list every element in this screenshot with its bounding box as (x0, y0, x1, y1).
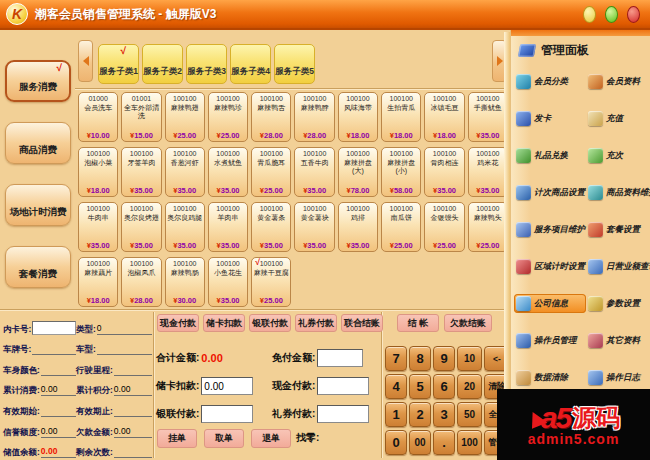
sidebar-item-member-category[interactable]: 会员分类 (514, 72, 586, 91)
product-button[interactable]: 100100风味海带¥18.00 (338, 92, 378, 142)
product-button[interactable]: 100100金银馒头¥25.00 (424, 202, 464, 252)
debt-settle-button[interactable]: 欠款结账 (444, 314, 492, 332)
numpad-key-3[interactable]: 3 (433, 402, 455, 427)
product-button[interactable]: 01000会员洗车¥10.00 (78, 92, 118, 142)
numpad-key-10[interactable]: 10 (457, 346, 482, 371)
sidebar-item-goods-data-maintain[interactable]: 商品资料维护 (586, 183, 650, 202)
product-button[interactable]: 100100黄金薯条¥35.00 (251, 202, 291, 252)
product-button[interactable]: 100100麻辣拼盘(大)¥78.00 (338, 147, 378, 197)
unionpay-button[interactable]: 银联付款 (249, 314, 291, 332)
cash-pay-button[interactable]: 现金付款 (157, 314, 199, 332)
cash-pay-amount-input[interactable] (317, 377, 369, 395)
numpad-key-0[interactable]: 0 (385, 430, 407, 455)
numpad-key-1[interactable]: 1 (385, 402, 407, 427)
sidebar-item-operator-manage[interactable]: 操作员管理 (514, 331, 586, 350)
category-tab-2[interactable]: 服务子类2 (142, 44, 183, 84)
product-button[interactable]: 100100麻辣拼盘(小)¥58.00 (381, 147, 421, 197)
product-button[interactable]: 100100麻辣鸭珍¥25.00 (208, 92, 248, 142)
sidebar-item-gift-exchange[interactable]: 礼品兑换 (514, 146, 586, 165)
numpad-key-100[interactable]: 100 (457, 430, 482, 455)
minimize-button[interactable] (583, 6, 596, 23)
numpad-key-50[interactable]: 50 (457, 402, 482, 427)
product-button[interactable]: 100100冰镇毛豆¥18.00 (424, 92, 464, 142)
numpad-key-4[interactable]: 4 (385, 374, 407, 399)
product-button[interactable]: 100100水煮鱿鱼¥35.00 (208, 147, 248, 197)
category-scroll-left-button[interactable] (78, 40, 93, 82)
sidebar-item-company-info[interactable]: 公司信息 (514, 294, 586, 313)
sidebar-item-other-data[interactable]: 其它资料 (586, 331, 650, 350)
coupon-pay-button[interactable]: 礼券付款 (295, 314, 337, 332)
product-button[interactable]: 100100牙签羊肉¥35.00 (121, 147, 161, 197)
sidebar-item-issue-card[interactable]: 发卡 (514, 109, 586, 128)
free-amount-input[interactable] (317, 349, 363, 367)
sidebar-item-count-goods-settings[interactable]: 计次商品设置 (514, 183, 586, 202)
product-button[interactable]: 100100南瓜饼¥25.00 (381, 202, 421, 252)
numpad-key-9[interactable]: 9 (433, 346, 455, 371)
product-button[interactable]: 100100青瓜脆耳¥25.00 (251, 147, 291, 197)
numpad-key-double-zero[interactable]: 00 (409, 430, 431, 455)
sidebar-item-area-timing-settings[interactable]: 区域计时设置 (514, 257, 586, 276)
category-tab-3[interactable]: 服务子类3 (186, 44, 227, 84)
card-deduct-button[interactable]: 储卡扣款 (203, 314, 245, 332)
card-deduct-amount-input[interactable] (201, 377, 253, 395)
numpad-key-8[interactable]: 8 (409, 346, 431, 371)
product-button[interactable]: 100100泡椒凤爪¥28.00 (121, 257, 161, 307)
return-order-button[interactable]: 退单 (251, 429, 291, 448)
sidebar-item-operation-log[interactable]: 操作日志 (586, 368, 650, 387)
sidebar-item-recharge[interactable]: 充值 (586, 109, 650, 128)
product-button[interactable]: 100100骨肉相连¥35.00 (424, 147, 464, 197)
product-button[interactable]: 100100鸡米花¥35.00 (468, 147, 508, 197)
retrieve-order-button[interactable]: 取单 (204, 429, 244, 448)
product-button[interactable]: 100100麻辣鸭脖¥28.00 (294, 92, 334, 142)
product-button[interactable]: 100100香葱河虾¥35.00 (165, 147, 205, 197)
product-button[interactable]: 100100麻辣鸭舌¥28.00 (251, 92, 291, 142)
product-button[interactable]: 100100牛肉串¥35.00 (78, 202, 118, 252)
unionpay-amount-input[interactable] (201, 405, 253, 423)
consume-tab-4[interactable]: 套餐消费 (5, 246, 71, 288)
category-tab-5[interactable]: 服务子类5 (274, 44, 315, 84)
sidebar-item-recharge-times[interactable]: 充次 (586, 146, 650, 165)
product-button[interactable]: 100100五香牛肉¥35.00 (294, 147, 334, 197)
numpad-key-5[interactable]: 5 (409, 374, 431, 399)
card-number-input[interactable] (32, 321, 76, 335)
sidebar-item-package-settings[interactable]: 套餐设置 (586, 220, 650, 239)
numpad-key-dot[interactable]: . (433, 430, 455, 455)
close-button[interactable] (627, 6, 640, 23)
product-button[interactable]: 01001全车外部清洗¥15.00 (121, 92, 161, 142)
product-button[interactable]: 100100小鱼花生¥35.00 (208, 257, 248, 307)
product-button[interactable]: 100100羊肉串¥35.00 (208, 202, 248, 252)
numpad-key-2[interactable]: 2 (409, 402, 431, 427)
product-button[interactable]: 100100麻辣藕片¥18.00 (78, 257, 118, 307)
coupon-pay-amount-input[interactable] (317, 405, 369, 423)
product-button[interactable]: 100100麻辣鸭头¥25.00 (468, 202, 508, 252)
combined-settle-button[interactable]: 联合结账 (341, 314, 383, 332)
product-button[interactable]: 100100生拍青瓜¥18.00 (381, 92, 421, 142)
hold-order-button[interactable]: 挂单 (157, 429, 197, 448)
product-button[interactable]: 100100奥尔良烤翅¥35.00 (121, 202, 161, 252)
sidebar-item-params-settings[interactable]: 参数设置 (586, 294, 650, 313)
consume-tab-1[interactable]: √服务消费 (5, 60, 71, 102)
product-button[interactable]: 100100鸡排¥35.00 (338, 202, 378, 252)
sidebar-item-member-info[interactable]: 会员资料 (586, 72, 650, 91)
consume-tab-3[interactable]: 场地计时消费 (5, 184, 71, 226)
numpad-key-20[interactable]: 20 (457, 374, 482, 399)
category-tab-4[interactable]: 服务子类4 (230, 44, 271, 84)
product-button[interactable]: √100100麻辣干豆腐¥25.00 (251, 257, 291, 307)
product-price: ¥35.00 (87, 241, 110, 250)
product-button[interactable]: 100100麻辣鸭肠¥30.00 (165, 257, 205, 307)
sidebar-item-daily-revenue[interactable]: 日营业额查询 (586, 257, 650, 276)
product-button[interactable]: 100100泡椒小菜¥18.00 (78, 147, 118, 197)
consume-tab-2[interactable]: 商品消费 (5, 122, 71, 164)
numpad-key-6[interactable]: 6 (433, 374, 455, 399)
product-button[interactable]: 100100黄金薯块¥35.00 (294, 202, 334, 252)
numpad-key-7[interactable]: 7 (385, 346, 407, 371)
product-button[interactable]: 100100奥尔良鸡腿¥35.00 (165, 202, 205, 252)
category-tab-1[interactable]: √服务子类1 (98, 44, 139, 84)
maximize-button[interactable] (605, 6, 618, 23)
sidebar-item-service-item-maintain[interactable]: 服务项目维护 (514, 220, 586, 239)
settle-button[interactable]: 结 帐 (397, 314, 439, 332)
sidebar-item-data-clear[interactable]: 数据清除 (514, 368, 586, 387)
member-form-pair: 有效期始: (3, 406, 76, 417)
product-button[interactable]: 100100手撕鱿鱼¥35.00 (468, 92, 508, 142)
product-button[interactable]: 100100麻辣鸭翅¥25.00 (165, 92, 205, 142)
